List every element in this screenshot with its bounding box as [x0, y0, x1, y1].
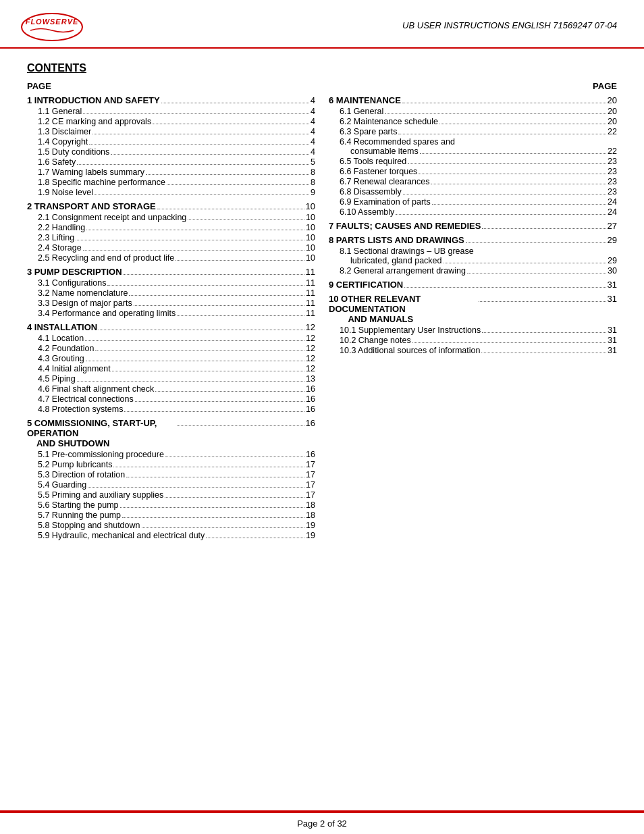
toc-sub-text: 3.3 Design of major parts	[38, 298, 132, 308]
page-title: CONTENTS	[27, 62, 617, 74]
toc-main-page: 4	[311, 95, 315, 105]
toc-sub-page: 20	[608, 117, 617, 126]
toc-sub-text: 6.6 Fastener torques	[340, 167, 417, 176]
toc-sub-text: 6.1 General	[340, 107, 383, 116]
toc-sub-text: 4.3 Grouting	[38, 354, 84, 363]
toc-sub-text-cont: lubricated, gland packed	[350, 256, 442, 265]
toc-list-item: 1.6 Safety5	[27, 157, 315, 167]
toc-section: 1 INTRODUCTION AND SAFETY41.1 General41.…	[27, 95, 315, 197]
main-content: CONTENTS PAGE PAGE 1 INTRODUCTION AND SA…	[0, 49, 644, 585]
toc-sub-text: 6.7 Renewal clearances	[340, 177, 429, 186]
toc-sub-text: 4.2 Foundation	[38, 344, 94, 353]
toc-list-item: 5.3 Direction of rotation17	[27, 470, 315, 479]
toc-list-item: 1.2 CE marking and approvals4	[27, 117, 315, 126]
toc-list-item: 4.4 Initial alignment12	[27, 364, 315, 373]
toc-sub-page: 10	[306, 213, 315, 222]
toc-sub-page: 8	[311, 167, 315, 177]
toc-sub-text: 1.6 Safety	[38, 157, 76, 167]
toc-sub-page: 17	[306, 460, 315, 469]
toc-sub-page: 13	[306, 374, 315, 384]
toc-sub-text: 1.7 Warning labels summary	[38, 167, 144, 177]
toc-sub-page: 31	[608, 346, 617, 355]
toc-sub-page: 23	[608, 177, 617, 186]
toc-sub-page: 16	[306, 405, 315, 414]
toc-section: 6 MAINTENANCE206.1 General206.2 Maintena…	[329, 95, 617, 217]
toc-list-item: 2.5 Recycling and end of product life10	[27, 253, 315, 263]
toc-sub-text: 4.4 Initial alignment	[38, 364, 111, 373]
toc-sub-page: 5	[311, 157, 315, 167]
toc-list-item: 10.1 Supplementary User Instructions31	[329, 325, 617, 335]
toc-sub-text: 8.2 General arrangement drawing	[340, 266, 466, 276]
toc-section: 9 CERTIFICATION31	[329, 280, 617, 290]
toc-main-text: 2 TRANSPORT AND STORAGE	[27, 201, 156, 211]
toc-list-item: 10.2 Change notes31	[329, 336, 617, 345]
toc-sub-text: 8.1 Sectional drawings – UB grease	[340, 246, 474, 256]
toc-sub-text: 6.2 Maintenance schedule	[340, 117, 438, 126]
toc-sub-text: 5.2 Pump lubricants	[38, 460, 112, 469]
toc-section: 2 TRANSPORT AND STORAGE102.1 Consignment…	[27, 201, 315, 263]
toc-sub-text: 1.8 Specific machine performance	[38, 178, 165, 187]
toc-sub-page: 22	[608, 127, 617, 136]
toc-list-item: 6.7 Renewal clearances23	[329, 177, 617, 186]
toc-main-page: 11	[306, 267, 315, 277]
toc-list-item: 5.9 Hydraulic, mechanical and electrical…	[27, 531, 315, 540]
toc-sub-page: 10	[306, 253, 315, 263]
toc-sub-text: 4.1 Location	[38, 334, 84, 343]
toc-sub-page: 29	[608, 256, 617, 265]
toc-sub-page: 18	[306, 500, 315, 510]
toc-right: 6 MAINTENANCE206.1 General206.2 Maintena…	[329, 95, 617, 544]
toc-list-item: 3.3 Design of major parts11	[27, 298, 315, 308]
toc-left: 1 INTRODUCTION AND SAFETY41.1 General41.…	[27, 95, 315, 544]
toc-list-item: 5.4 Guarding17	[27, 480, 315, 490]
toc-main-text: 4 INSTALLATION	[27, 322, 97, 332]
toc-list-item: 6.1 General20	[329, 107, 617, 116]
toc-sub-text: 5.3 Direction of rotation	[38, 470, 125, 479]
toc-sub-text: 6.5 Tools required	[340, 157, 406, 166]
toc-sub-text: 1.9 Noise level	[38, 188, 93, 197]
toc-list-item: 5.8 Stopping and shutdown19	[27, 521, 315, 530]
toc-section: 10 OTHER RELEVANT DOCUMENTATION AND MANU…	[329, 294, 617, 355]
toc-sub-text: 2.2 Handling	[38, 223, 85, 232]
toc-sub-text: 4.5 Piping	[38, 374, 76, 384]
toc-sub-page: 16	[306, 384, 315, 394]
toc-list-item: 6.8 Disassembly23	[329, 187, 617, 197]
toc-sub-text: 5.5 Priming and auxiliary supplies	[38, 490, 163, 500]
toc-sub-text: 5.8 Stopping and shutdown	[38, 521, 140, 530]
toc-sub-page: 31	[608, 336, 617, 345]
toc-main-page: 31	[608, 280, 617, 290]
header-title: UB USER INSTRUCTIONS ENGLISH 71569247 07…	[402, 20, 617, 30]
toc-sub-page: 11	[306, 278, 315, 288]
toc-sub-text: 5.9 Hydraulic, mechanical and electrical…	[38, 531, 205, 540]
toc-list-item: 2.4 Storage10	[27, 243, 315, 253]
toc-sub-page: 16	[306, 394, 315, 404]
toc-list-item: 6.4 Recommended spares andconsumable ite…	[329, 137, 617, 156]
toc-list-item: 5.5 Priming and auxiliary supplies17	[27, 490, 315, 500]
toc-section: 4 INSTALLATION124.1 Location124.2 Founda…	[27, 322, 315, 414]
logo: FLOWSERVE	[20, 8, 84, 42]
toc-main-text: 3 PUMP DESCRIPTION	[27, 267, 122, 277]
toc-list-item: 6.5 Tools required23	[329, 157, 617, 166]
toc-list-item: 4.8 Protection systems16	[27, 405, 315, 414]
toc-sub-page: 19	[306, 531, 315, 540]
toc-sub-page: 4	[311, 117, 315, 126]
toc-sub-text: 5.1 Pre-commissioning procedure	[38, 450, 164, 459]
toc-sub-page: 8	[311, 178, 315, 187]
toc-list-item: 6.3 Spare parts22	[329, 127, 617, 136]
toc-main-text: 8 PARTS LISTS AND DRAWINGS	[329, 235, 464, 245]
toc-sub-page: 10	[306, 243, 315, 253]
toc-main-text: 9 CERTIFICATION	[329, 280, 403, 290]
toc-sub-text: 5.6 Starting the pump	[38, 500, 119, 510]
toc-list-item: 1.3 Disclaimer4	[27, 127, 315, 136]
footer-text: Page 2 of 32	[297, 813, 347, 834]
toc-sub-page: 23	[608, 187, 617, 197]
flowserve-logo-svg: FLOWSERVE	[20, 8, 84, 42]
toc-sub-page: 4	[311, 137, 315, 147]
toc-sub-page: 11	[306, 309, 315, 318]
toc-sub-page: 16	[306, 450, 315, 459]
page-wrapper: FLOWSERVE UB USER INSTRUCTIONS ENGLISH 7…	[0, 0, 644, 834]
toc-list-item: 3.1 Configurations11	[27, 278, 315, 288]
toc-list-item: 1.7 Warning labels summary8	[27, 167, 315, 177]
toc-sub-page: 23	[608, 167, 617, 176]
toc-sub-page: 12	[306, 364, 315, 373]
toc-sub-page: 11	[306, 288, 315, 298]
